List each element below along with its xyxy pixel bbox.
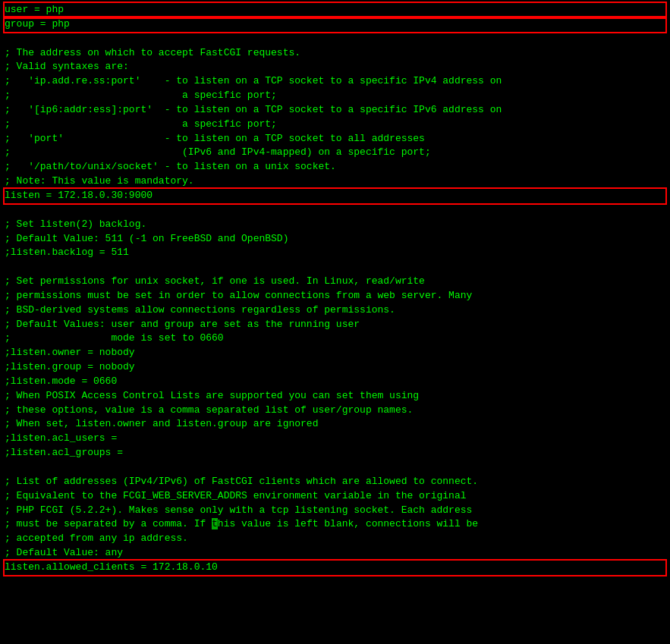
line-comment-ignored: ; When set, listen.owner and listen.grou… [5, 417, 665, 432]
line-comment-ipv6: ; '[ip6:addr:ess]:port' - to listen on a… [5, 103, 665, 118]
line-comment-backlog-default: ; Default Value: 511 (-1 on FreeBSD and … [5, 232, 665, 247]
line-empty-4 [5, 460, 665, 475]
line-empty-3 [5, 260, 665, 275]
line-comment-bsd: ; BSD-derived systems allow connections … [5, 303, 665, 318]
line-mode: ;listen.mode = 0660 [5, 375, 665, 389]
line-comment-default-any: ; Default Value: any [5, 546, 665, 561]
line-comment-mode: ; mode is set to 0660 [5, 331, 665, 346]
line-comment-equiv: ; Equivalent to the FCGI_WEB_SERVER_ADDR… [5, 489, 665, 504]
line-comment-posix: ; When POSIX Access Control Lists are su… [5, 389, 665, 404]
code-editor: user = php group = php ; The address on … [0, 0, 670, 644]
line-user: user = php [5, 3, 665, 17]
line-comment-any-ip: ; accepted from any ip address. [5, 532, 665, 546]
line-comment-list: ; List of addresses (IPv4/IPv6) of FastC… [5, 475, 665, 489]
line-comment-backlog: ; Set listen(2) backlog. [5, 218, 665, 232]
line-comment-default-vals: ; Default Values: user and group are set… [5, 318, 665, 332]
line-group: group = php [5, 17, 665, 32]
line-comment-posix2: ; these options, value is a comma separa… [5, 404, 665, 418]
line-comment-port: ; 'port' - to listen on a TCP socket to … [5, 132, 665, 146]
line-empty-1 [5, 32, 665, 46]
line-allowed-clients: listen.allowed_clients = 172.18.0.10 [5, 561, 665, 575]
line-comment-ipv6-cont: ; a specific port; [5, 118, 665, 132]
line-comment-address: ; The address on which to accept FastCGI… [5, 46, 665, 61]
line-comment-separated: ; must be separated by a comma. If this … [5, 517, 665, 532]
line-acl-groups: ;listen.acl_groups = [5, 446, 665, 460]
line-comment-perms2: ; permissions must be set in order to al… [5, 289, 665, 303]
line-empty-2 [5, 203, 665, 218]
line-comment-php-fcgi: ; PHP FCGI (5.2.2+). Makes sense only wi… [5, 504, 665, 518]
line-comment-valid: ; Valid syntaxes are: [5, 60, 665, 74]
line-comment-unix: ; '/path/to/unix/socket' - to listen on … [5, 160, 665, 174]
line-comment-mandatory: ; Note: This value is mandatory. [5, 174, 665, 189]
line-acl-users: ;listen.acl_users = [5, 432, 665, 446]
line-group-comment: ;listen.group = nobody [5, 360, 665, 375]
line-comment-ipv4-cont: ; a specific port; [5, 89, 665, 103]
line-comment-port-cont: ; (IPv6 and IPv4-mapped) on a specific p… [5, 146, 665, 160]
line-comment-perms: ; Set permissions for unix socket, if on… [5, 275, 665, 289]
line-owner: ;listen.owner = nobody [5, 346, 665, 360]
line-listen: listen = 172.18.0.30:9000 [5, 189, 665, 203]
line-backlog-value: ;listen.backlog = 511 [5, 246, 665, 260]
line-comment-ipv4: ; 'ip.add.re.ss:port' - to listen on a T… [5, 74, 665, 89]
highlight-char-t: t [212, 518, 218, 529]
